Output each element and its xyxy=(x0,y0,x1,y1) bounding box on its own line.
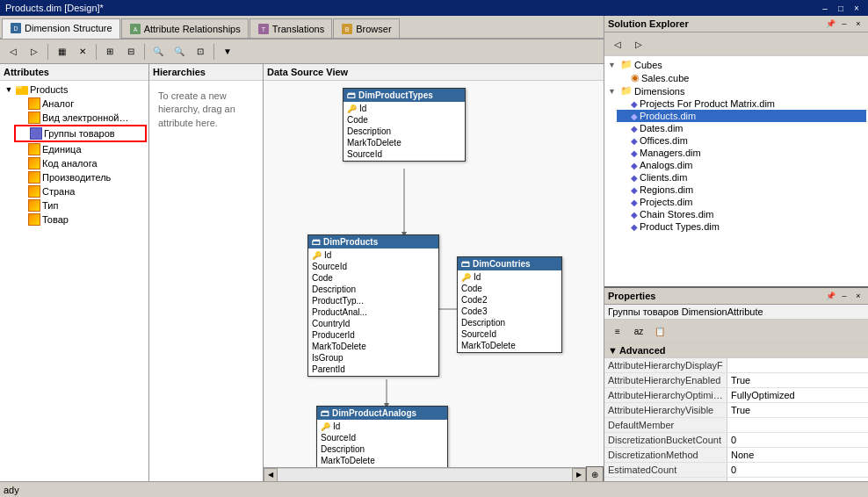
attr-vid[interactable]: Вид электронной проду xyxy=(14,111,147,125)
attr-edinica[interactable]: Единица xyxy=(14,142,147,156)
se-item-dim-3[interactable]: ◆ Offices.dim xyxy=(617,134,866,147)
minimize-button[interactable]: – xyxy=(819,4,831,13)
toolbar-btn-2[interactable]: ▷ xyxy=(25,42,44,61)
se-item-dim-2[interactable]: ◆ Dates.dim xyxy=(617,122,866,134)
se-forward-button[interactable]: ▷ xyxy=(629,34,648,54)
prop-value-5[interactable]: 0 xyxy=(727,433,868,447)
restore-button[interactable]: □ xyxy=(835,4,847,13)
prop-value-1[interactable]: True xyxy=(727,373,868,387)
properties-titlebar: Properties 📌 – × xyxy=(604,288,868,305)
field-pt-desc: Description xyxy=(344,126,465,137)
toolbar-btn-zoom-out[interactable]: 🔍 xyxy=(170,42,189,61)
toolbar-btn-fit[interactable]: ⊡ xyxy=(191,42,210,61)
prop-btn-pages[interactable]: 📋 xyxy=(650,321,669,341)
prop-row-3[interactable]: AttributeHierarchyVisible True xyxy=(604,403,868,418)
se-item-dim-4[interactable]: ◆ Managers.dim xyxy=(617,147,866,159)
attr-proizv[interactable]: Производитель xyxy=(14,170,147,184)
prop-row-6[interactable]: DiscretizationMethod None xyxy=(604,448,868,463)
prop-close-button[interactable]: × xyxy=(852,290,864,302)
se-item-dim-1[interactable]: ◆ Products.dim xyxy=(617,110,866,122)
prop-value-6[interactable]: None xyxy=(727,448,868,462)
toolbar-btn-more[interactable]: ▼ xyxy=(218,42,237,61)
field-p-id: 🔑Id xyxy=(308,249,438,261)
prop-selected-name: Группы товаров xyxy=(608,306,679,317)
attr-kod[interactable]: Код аналога xyxy=(14,156,147,170)
se-item-dim-5[interactable]: ◆ Analogs.dim xyxy=(617,159,866,171)
dsv-header: Data Source View xyxy=(264,64,604,81)
se-item-dim-10[interactable]: ◆ Product Types.dim xyxy=(617,220,866,233)
prop-minimize-button[interactable]: – xyxy=(838,290,850,302)
prop-row-7[interactable]: EstimatedCount 0 xyxy=(604,463,868,478)
attributes-tree-children: Аналог Вид электронной проду xyxy=(2,97,147,227)
dsv-corner-button[interactable]: ⊕ xyxy=(586,466,604,482)
table-dim-countries-header: 🗃 DimCountries xyxy=(458,257,561,270)
se-minimize-button[interactable]: – xyxy=(838,18,850,30)
prop-value-2[interactable]: FullyOptimized xyxy=(727,388,868,402)
toolbar-btn-6[interactable]: ⊟ xyxy=(121,42,141,61)
field-c-sourceid: SourceId xyxy=(458,328,561,340)
tab-dimension-structure[interactable]: D Dimension Structure xyxy=(2,18,120,39)
tree-root-products[interactable]: ▼ Products xyxy=(2,83,147,97)
dsv-scroll-left[interactable]: ◀ xyxy=(264,468,278,482)
se-expand-cubes[interactable]: ▼ xyxy=(608,61,618,69)
svg-rect-9 xyxy=(16,86,22,89)
toolbar-btn-5[interactable]: ⊞ xyxy=(100,42,119,61)
toolbar-btn-grid[interactable]: ▦ xyxy=(52,42,71,61)
se-item-sales-cube[interactable]: ◉ Sales.cube xyxy=(617,71,866,84)
dsv-pane: Data Source View xyxy=(264,64,604,481)
prop-pin-button[interactable]: 📌 xyxy=(824,290,836,302)
table-dim-products[interactable]: 🗃 DimProducts 🔑Id SourceId Code Descript… xyxy=(307,234,439,377)
se-item-dimensions[interactable]: ▼ 📁 Dimensions xyxy=(606,84,866,97)
se-back-button[interactable]: ◁ xyxy=(608,34,627,54)
attr-strana[interactable]: Страна xyxy=(14,184,147,198)
prop-name-5: DiscretizationBucketCount xyxy=(604,433,727,447)
se-item-dim-0[interactable]: ◆ Projects For Product Matrix.dim xyxy=(617,97,866,110)
prop-row-4[interactable]: DefaultMember xyxy=(604,418,868,433)
dsv-content[interactable]: 🗃 DimProductTypes 🔑Id Code Description M… xyxy=(264,81,604,467)
tab-attribute-relationships[interactable]: A Attribute Relationships xyxy=(121,18,249,38)
attr-icon-tovar xyxy=(28,213,40,226)
prop-section-expand[interactable]: ▼ xyxy=(608,345,618,356)
field-pt-marktodelete: MarkToDelete xyxy=(344,137,465,148)
prop-value-7[interactable]: 0 xyxy=(727,463,868,477)
table-dim-countries[interactable]: 🗃 DimCountries 🔑Id Code Code2 Code3 Desc… xyxy=(457,256,562,353)
toolbar-btn-zoom-in[interactable]: 🔍 xyxy=(148,42,168,61)
attr-analog[interactable]: Аналог xyxy=(14,97,147,111)
attr-tip[interactable]: Тип xyxy=(14,198,147,212)
prop-row-1[interactable]: AttributeHierarchyEnabled True xyxy=(604,373,868,388)
prop-btn-categorize[interactable]: ≡ xyxy=(608,321,627,341)
toolbar-btn-1[interactable]: ◁ xyxy=(4,42,23,61)
se-close-button[interactable]: × xyxy=(852,18,864,30)
prop-value-4[interactable] xyxy=(727,418,868,432)
se-item-cubes[interactable]: ▼ 📁 Cubes xyxy=(606,58,866,71)
field-p-producttyp: ProductTyp... xyxy=(308,295,438,306)
table-dim-product-analogs[interactable]: 🗃 DimProductAnalogs 🔑Id SourceId Descrip… xyxy=(316,406,448,467)
field-c-marktodelete: MarkToDelete xyxy=(458,340,561,351)
tree-expand-products[interactable]: ▼ xyxy=(4,84,14,95)
attr-gruppy[interactable]: Группы товаров xyxy=(14,125,147,142)
prop-row-5[interactable]: DiscretizationBucketCount 0 xyxy=(604,433,868,448)
se-label-sales-cube: Sales.cube xyxy=(641,73,689,83)
tab-translations[interactable]: T Translations xyxy=(250,18,333,38)
prop-row-2[interactable]: AttributeHierarchyOptimize FullyOptimize… xyxy=(604,388,868,403)
prop-row-0[interactable]: AttributeHierarchyDisplayF xyxy=(604,358,868,373)
prop-value-3[interactable]: True xyxy=(727,403,868,417)
table-body-analogs: 🔑Id SourceId Description MarkToDelete xyxy=(317,420,447,467)
se-item-dim-9[interactable]: ◆ Chain Stores.dim xyxy=(617,208,866,220)
tab-browser[interactable]: B Browser xyxy=(333,18,399,38)
attr-tovar[interactable]: Товар xyxy=(14,212,147,227)
se-item-dim-7[interactable]: ◆ Regions.dim xyxy=(617,184,866,196)
close-button[interactable]: × xyxy=(850,4,863,13)
se-label-dim-1: Products.dim xyxy=(640,111,696,121)
se-expand-dimensions[interactable]: ▼ xyxy=(608,87,618,96)
dsv-scroll-right[interactable]: ▶ xyxy=(572,468,586,482)
table-dim-product-types[interactable]: 🗃 DimProductTypes 🔑Id Code Description M… xyxy=(343,88,466,162)
dsv-hscroll[interactable]: ◀ ▶ ⊕ xyxy=(264,467,604,481)
dim-icon-5: ◆ xyxy=(631,161,638,170)
prop-btn-alpha[interactable]: az xyxy=(629,321,648,341)
se-item-dim-8[interactable]: ◆ Projects.dim xyxy=(617,196,866,208)
prop-value-0[interactable] xyxy=(727,358,868,372)
se-item-dim-6[interactable]: ◆ Clients.dim xyxy=(617,171,866,184)
toolbar-btn-delete[interactable]: ✕ xyxy=(73,42,92,61)
se-pin-button[interactable]: 📌 xyxy=(824,18,836,30)
